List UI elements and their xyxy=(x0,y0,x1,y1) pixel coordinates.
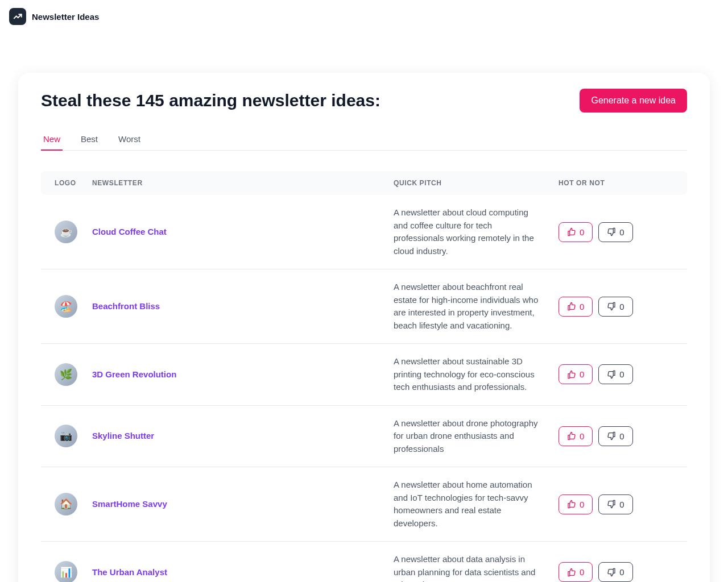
brand-logo-icon xyxy=(9,8,26,25)
main-card: Steal these 145 amazing newsletter ideas… xyxy=(18,73,710,582)
upvote-button[interactable]: 0 xyxy=(559,364,593,384)
downvote-button[interactable]: 0 xyxy=(598,222,632,242)
thumb-down-icon xyxy=(607,370,616,379)
cell-hot: 0 0 xyxy=(559,494,655,514)
upvote-count: 0 xyxy=(580,567,584,577)
newsletter-logo-icon: 🏖️ xyxy=(55,295,77,318)
downvote-button[interactable]: 0 xyxy=(598,494,632,514)
cell-newsletter: SmartHome Savvy xyxy=(92,499,394,509)
cell-pitch: A newsletter about drone photography for… xyxy=(394,417,559,456)
cell-pitch: A newsletter about home automation and I… xyxy=(394,479,559,530)
cell-hot: 0 0 xyxy=(559,297,655,317)
thumb-up-icon xyxy=(567,568,576,577)
thumb-up-icon xyxy=(567,227,576,236)
table-row: ☕ Cloud Coffee Chat A newsletter about c… xyxy=(41,195,687,269)
newsletter-logo-icon: 📷 xyxy=(55,425,77,447)
column-header-pitch: QUICK PITCH xyxy=(394,179,559,187)
sort-tabs: New Best Worst xyxy=(41,128,687,151)
upvote-button[interactable]: 0 xyxy=(559,222,593,242)
cell-newsletter: Beachfront Bliss xyxy=(92,301,394,311)
downvote-count: 0 xyxy=(619,369,624,379)
cell-pitch: A newsletter about data analysis in urba… xyxy=(394,553,559,582)
cell-pitch: A newsletter about cloud computing and c… xyxy=(394,206,559,257)
generate-idea-button[interactable]: Generate a new idea xyxy=(580,89,687,113)
table-row: 📊 The Urban Analyst A newsletter about d… xyxy=(41,542,687,582)
downvote-count: 0 xyxy=(619,431,624,441)
ideas-table: LOGO NEWSLETTER QUICK PITCH HOT OR NOT ☕… xyxy=(41,171,687,582)
newsletter-logo-icon: 🏠 xyxy=(55,493,77,516)
newsletter-name-link[interactable]: 3D Green Revolution xyxy=(92,369,176,379)
newsletter-name-link[interactable]: SmartHome Savvy xyxy=(92,499,167,509)
cell-newsletter: 3D Green Revolution xyxy=(92,369,394,380)
table-row: 📷 Skyline Shutter A newsletter about dro… xyxy=(41,406,687,468)
newsletter-logo-icon: 📊 xyxy=(55,561,77,582)
downvote-button[interactable]: 0 xyxy=(598,297,632,317)
newsletter-logo-icon: ☕ xyxy=(55,221,77,243)
column-header-newsletter: NEWSLETTER xyxy=(92,179,394,187)
table-row: 🏖️ Beachfront Bliss A newsletter about b… xyxy=(41,269,687,344)
thumb-down-icon xyxy=(607,500,616,509)
table-row: 🌿 3D Green Revolution A newsletter about… xyxy=(41,344,687,406)
tab-best[interactable]: Best xyxy=(78,128,100,151)
cell-pitch: A newsletter about sustainable 3D printi… xyxy=(394,355,559,394)
tab-worst[interactable]: Worst xyxy=(116,128,143,151)
cell-hot: 0 0 xyxy=(559,426,655,446)
cell-logo: 🏠 xyxy=(41,493,92,516)
upvote-button[interactable]: 0 xyxy=(559,494,593,514)
upvote-count: 0 xyxy=(580,227,584,237)
thumb-down-icon xyxy=(607,227,616,236)
table-row: 🏠 SmartHome Savvy A newsletter about hom… xyxy=(41,467,687,542)
downvote-button[interactable]: 0 xyxy=(598,562,632,582)
cell-logo: ☕ xyxy=(41,221,92,243)
tab-new[interactable]: New xyxy=(41,128,63,151)
column-header-hot: HOT OR NOT xyxy=(559,179,655,187)
newsletter-name-link[interactable]: Cloud Coffee Chat xyxy=(92,227,167,236)
thumb-up-icon xyxy=(567,370,576,379)
cell-logo: 📊 xyxy=(41,561,92,582)
newsletter-name-link[interactable]: Skyline Shutter xyxy=(92,431,154,440)
newsletter-name-link[interactable]: The Urban Analyst xyxy=(92,567,167,577)
title-row: Steal these 145 amazing newsletter ideas… xyxy=(41,89,687,113)
column-header-logo: LOGO xyxy=(41,179,92,187)
cell-logo: 🏖️ xyxy=(41,295,92,318)
page-title: Steal these 145 amazing newsletter ideas… xyxy=(41,91,380,110)
downvote-count: 0 xyxy=(619,500,624,509)
thumb-up-icon xyxy=(567,431,576,440)
downvote-button[interactable]: 0 xyxy=(598,426,632,446)
thumb-up-icon xyxy=(567,302,576,311)
cell-newsletter: The Urban Analyst xyxy=(92,567,394,577)
thumb-down-icon xyxy=(607,302,616,311)
thumb-up-icon xyxy=(567,500,576,509)
cell-pitch: A newsletter about beachfront real estat… xyxy=(394,281,559,332)
cell-hot: 0 0 xyxy=(559,562,655,582)
downvote-count: 0 xyxy=(619,302,624,311)
cell-hot: 0 0 xyxy=(559,364,655,384)
cell-logo: 🌿 xyxy=(41,363,92,386)
downvote-count: 0 xyxy=(619,227,624,237)
upvote-button[interactable]: 0 xyxy=(559,426,593,446)
downvote-count: 0 xyxy=(619,567,624,577)
newsletter-name-link[interactable]: Beachfront Bliss xyxy=(92,301,160,311)
cell-newsletter: Skyline Shutter xyxy=(92,431,394,441)
upvote-count: 0 xyxy=(580,431,584,441)
upvote-count: 0 xyxy=(580,302,584,311)
cell-logo: 📷 xyxy=(41,425,92,447)
downvote-button[interactable]: 0 xyxy=(598,364,632,384)
upvote-button[interactable]: 0 xyxy=(559,297,593,317)
upvote-count: 0 xyxy=(580,369,584,379)
upvote-button[interactable]: 0 xyxy=(559,562,593,582)
cell-hot: 0 0 xyxy=(559,222,655,242)
thumb-down-icon xyxy=(607,568,616,577)
upvote-count: 0 xyxy=(580,500,584,509)
site-header: Newsletter Ideas xyxy=(0,0,728,33)
cell-newsletter: Cloud Coffee Chat xyxy=(92,227,394,237)
table-header-row: LOGO NEWSLETTER QUICK PITCH HOT OR NOT xyxy=(41,171,687,195)
brand-name: Newsletter Ideas xyxy=(32,12,99,22)
newsletter-logo-icon: 🌿 xyxy=(55,363,77,386)
thumb-down-icon xyxy=(607,431,616,440)
